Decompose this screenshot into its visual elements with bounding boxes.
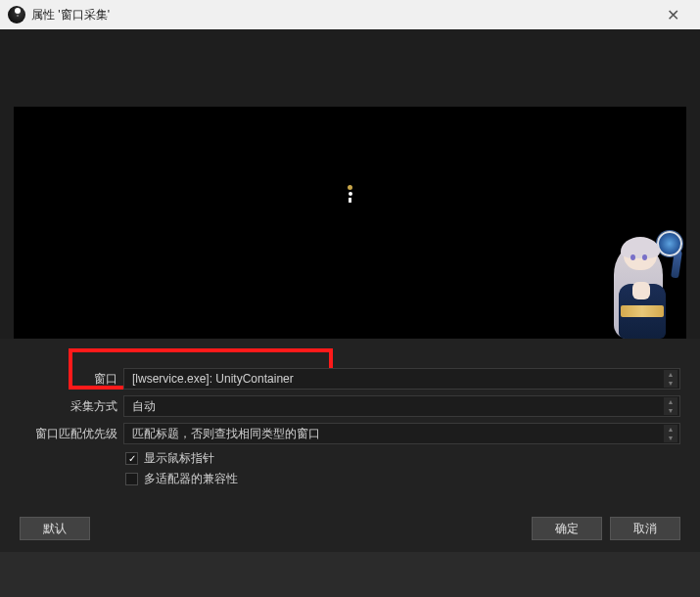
row-compat: 多适配器的兼容性: [20, 471, 680, 487]
spinner-icon: ▲▼: [664, 397, 677, 415]
spinner-icon: ▲▼: [664, 370, 677, 388]
preview-mini-sprite: [348, 185, 353, 214]
checkbox-compat[interactable]: [125, 473, 138, 485]
dropdown-priority-value: 匹配标题，否则查找相同类型的窗口: [132, 426, 320, 442]
row-show-cursor: 显示鼠标指针: [20, 450, 680, 467]
spinner-icon: ▲▼: [664, 425, 677, 442]
row-priority: 窗口匹配优先级 匹配标题，否则查找相同类型的窗口 ▲▼: [20, 423, 680, 444]
close-button[interactable]: ✕: [653, 0, 692, 29]
button-bar: 默认 确定 取消: [0, 509, 700, 552]
defaults-label: 默认: [43, 521, 67, 537]
label-compat: 多适配器的兼容性: [144, 471, 238, 487]
label-capture: 采集方式: [20, 398, 117, 415]
row-capture: 采集方式 自动 ▲▼: [20, 395, 680, 417]
properties-form: 窗口 [lwservice.exe]: UnityContainer ▲▼ 采集…: [0, 339, 700, 509]
defaults-button[interactable]: 默认: [20, 517, 90, 540]
close-icon: ✕: [667, 6, 679, 24]
checkbox-show-cursor[interactable]: [125, 452, 138, 465]
window-title: 属性 '窗口采集': [31, 7, 110, 23]
label-show-cursor: 显示鼠标指针: [144, 450, 214, 467]
label-window: 窗口: [20, 371, 117, 388]
preview-area: [0, 29, 700, 339]
preview-character: [610, 231, 682, 339]
titlebar-left: 属性 '窗口采集': [8, 6, 110, 23]
dropdown-window-value: [lwservice.exe]: UnityContainer: [132, 372, 294, 386]
titlebar: 属性 '窗口采集' ✕: [0, 0, 700, 29]
ok-button[interactable]: 确定: [532, 517, 602, 540]
row-window: 窗口 [lwservice.exe]: UnityContainer ▲▼: [20, 368, 680, 390]
label-priority: 窗口匹配优先级: [20, 426, 117, 442]
cancel-button[interactable]: 取消: [610, 517, 680, 540]
cancel-label: 取消: [633, 521, 657, 537]
right-buttons: 确定 取消: [532, 517, 680, 540]
dropdown-capture[interactable]: 自动 ▲▼: [123, 395, 680, 417]
obs-icon: [8, 6, 25, 23]
capture-preview: [14, 107, 686, 339]
dropdown-window[interactable]: [lwservice.exe]: UnityContainer ▲▼: [123, 368, 680, 390]
ok-label: 确定: [555, 521, 579, 537]
dropdown-priority[interactable]: 匹配标题，否则查找相同类型的窗口 ▲▼: [123, 423, 680, 444]
dropdown-capture-value: 自动: [132, 398, 156, 415]
